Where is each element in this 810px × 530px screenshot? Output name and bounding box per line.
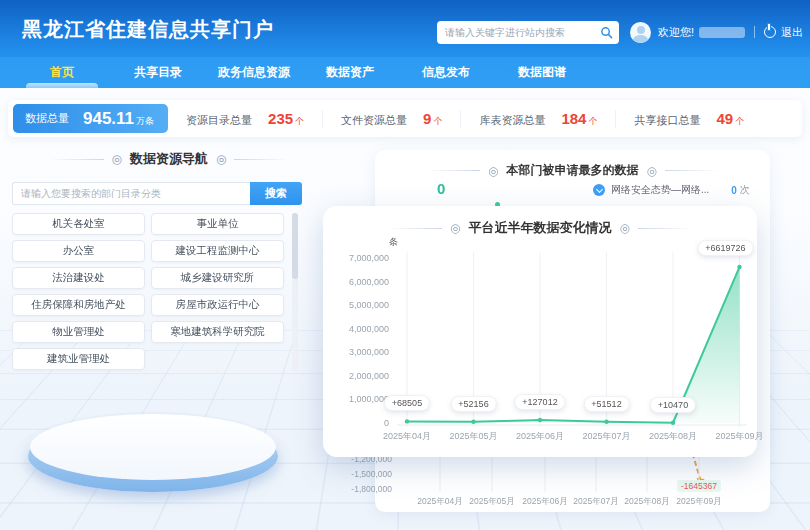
stat-unit: 个 — [588, 115, 597, 128]
title-deco: ◎ — [216, 152, 226, 166]
stats-bar: 数据总量 945.11 万条 资源目录总量 235 个 文件资源总量 9 个 库… — [8, 100, 802, 137]
nav-tab-label: 政务信息资源 — [218, 64, 290, 81]
stat-label: 共享接口总量 — [634, 113, 700, 128]
half-year-area-chart: 7,000,0006,000,0005,000,0004,000,0003,00… — [323, 206, 757, 457]
search-icon[interactable] — [600, 26, 613, 39]
department-search-button[interactable]: 搜索 — [250, 182, 302, 205]
title-text: 本部门被申请最多的数据 — [507, 162, 639, 179]
department-button[interactable]: 事业单位 — [151, 213, 284, 235]
stat-label: 文件资源总量 — [341, 113, 407, 128]
x-axis-label: 2025年07月 — [571, 430, 643, 443]
nav-tab[interactable]: 政务信息资源 — [206, 57, 302, 88]
data-point-label: +6619726 — [697, 240, 753, 256]
nav-tab-label: 首页 — [50, 64, 74, 81]
stat-total-data: 数据总量 945.11 万条 — [13, 104, 168, 133]
stat-value: 9 — [423, 110, 431, 127]
y-axis-tick: 0 — [327, 418, 389, 428]
y-axis-tick: 1,000,000 — [327, 394, 389, 404]
nav-tab-label: 信息发布 — [422, 64, 470, 81]
data-point-label: +51512 — [583, 396, 629, 412]
department-label: 建筑业管理处 — [47, 352, 110, 366]
nav-tab[interactable]: 数据资产 — [302, 57, 398, 88]
department-search-input[interactable] — [12, 182, 250, 205]
y-axis-tick: 7,000,000 — [327, 253, 389, 263]
y-axis-tick: 3,000,000 — [327, 347, 389, 357]
department-label: 城乡建设研究所 — [181, 271, 255, 285]
department-button[interactable]: 城乡建设研究所 — [151, 267, 284, 289]
half-year-chart-card: ◎ 平台近半年数据变化情况 ◎ 条 7,000,0006,000,0005,00… — [323, 206, 757, 457]
scrollbar-thumb[interactable] — [292, 213, 298, 279]
nav-tab-label: 共享目录 — [134, 64, 182, 81]
welcome-text: 欢迎您! — [658, 25, 694, 40]
most-requested-title: ◎ 本部门被申请最多的数据 ◎ — [375, 162, 770, 179]
divider — [754, 26, 755, 38]
mini-x-axis-label: 2025年09月 — [667, 496, 731, 508]
requested-item-text: 网络安全态势—网络... — [611, 183, 709, 197]
mini-y-axis-tick: -1,800,000 — [330, 484, 392, 494]
department-button[interactable]: 寒地建筑科学研究院 — [151, 321, 284, 343]
resource-nav-panel: ◎ 数据资源导航 ◎ 搜索 机关各处室 事业单位 办公室 建设工程监测中心 法治… — [8, 150, 330, 168]
stat-label: 库表资源总量 — [479, 113, 545, 128]
department-button[interactable]: 住房保障和房地产处 — [12, 294, 145, 316]
nav-tab[interactable]: 首页 — [14, 57, 110, 88]
masked-username — [699, 27, 745, 38]
department-label: 机关各处室 — [52, 217, 105, 231]
stat-value: 184 — [561, 110, 586, 127]
main-nav: 首页 共享目录 政务信息资源 数据资产 信息发布 数据图谱 — [0, 57, 810, 88]
stat-unit: 个 — [433, 115, 442, 128]
department-label: 事业单位 — [197, 217, 239, 231]
power-icon[interactable] — [764, 26, 776, 38]
nav-tab[interactable]: 共享目录 — [110, 57, 206, 88]
data-point-label: +52156 — [450, 396, 496, 412]
department-button[interactable]: 建筑业管理处 — [12, 348, 145, 370]
mini-chart-point-label: -1645367 — [677, 480, 721, 492]
x-axis-label: 2025年05月 — [438, 430, 510, 443]
divider — [50, 159, 104, 160]
header-bar: 黑龙江省住建信息共享门户 欢迎您! 退出 — [0, 0, 810, 57]
department-grid: 机关各处室 事业单位 办公室 建设工程监测中心 法治建设处 城乡建设研究所 住房… — [12, 213, 284, 370]
nav-tab[interactable]: 信息发布 — [398, 57, 494, 88]
y-axis-tick: 5,000,000 — [327, 300, 389, 310]
department-search: 搜索 — [12, 182, 302, 205]
site-search[interactable] — [437, 21, 619, 44]
user-area: 欢迎您! 退出 — [630, 18, 803, 46]
x-axis-label: 2025年08月 — [637, 430, 709, 443]
department-button[interactable]: 建设工程监测中心 — [151, 240, 284, 262]
site-search-input[interactable] — [445, 27, 600, 38]
department-scrollbar[interactable] — [292, 213, 298, 371]
stat-label: 资源目录总量 — [186, 113, 252, 128]
stat-item: 文件资源总量 9 个 — [322, 110, 460, 128]
nav-tab[interactable]: 数据图谱 — [494, 57, 590, 88]
title-text: 数据资源导航 — [130, 150, 208, 168]
divider — [426, 170, 480, 171]
logout-button[interactable]: 退出 — [781, 25, 803, 40]
department-label: 办公室 — [63, 244, 95, 258]
x-axis-label: 2025年06月 — [504, 430, 576, 443]
download-badge-icon — [593, 184, 605, 196]
stat-item: 共享接口总量 49 个 — [615, 110, 762, 128]
title-deco: ◎ — [112, 152, 122, 166]
requested-list-item[interactable]: 网络安全态势—网络... 0 次 — [593, 183, 750, 197]
stat-unit: 个 — [295, 115, 304, 128]
requested-left-value: 0 — [437, 180, 445, 197]
department-button[interactable]: 物业管理处 — [12, 321, 145, 343]
stat-item: 资源目录总量 235 个 — [168, 110, 322, 128]
department-button[interactable]: 法治建设处 — [12, 267, 145, 289]
user-avatar-icon[interactable] — [630, 22, 651, 43]
resource-nav-title: ◎ 数据资源导航 ◎ — [8, 150, 330, 168]
nav-tab-label: 数据图谱 — [518, 64, 566, 81]
department-button[interactable]: 机关各处室 — [12, 213, 145, 235]
department-label: 法治建设处 — [52, 271, 105, 285]
site-title: 黑龙江省住建信息共享门户 — [22, 16, 274, 43]
y-axis-tick: 6,000,000 — [327, 277, 389, 287]
y-axis-tick: 2,000,000 — [327, 371, 389, 381]
stat-value: 945.11 — [83, 109, 134, 129]
department-button[interactable]: 办公室 — [12, 240, 145, 262]
divider — [665, 170, 719, 171]
stat-item: 库表资源总量 184 个 — [460, 110, 615, 128]
department-button[interactable]: 房屋市政运行中心 — [151, 294, 284, 316]
divider — [234, 159, 288, 160]
department-label: 寒地建筑科学研究院 — [170, 325, 265, 339]
stat-value: 235 — [268, 110, 293, 127]
data-point-label: +10470 — [650, 397, 696, 413]
